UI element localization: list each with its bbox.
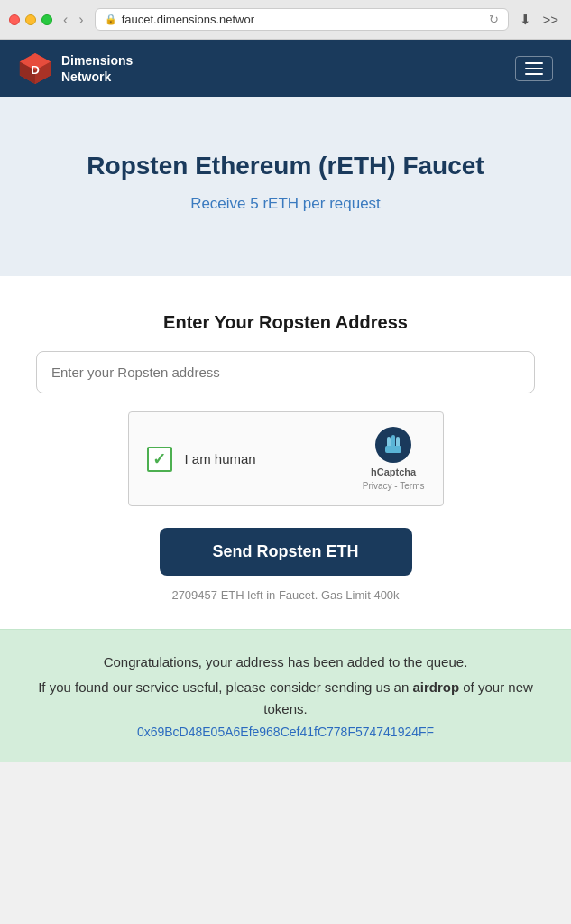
traffic-lights — [9, 14, 52, 25]
forward-button[interactable]: › — [75, 11, 87, 29]
airdrop-address-link[interactable]: 0x69BcD48E05A6Efe968Cef41fC778F574741924… — [137, 725, 434, 739]
checkmark-icon: ✓ — [152, 449, 166, 469]
nav-buttons: ‹ › — [60, 11, 87, 29]
brand-name: Dimensions Network — [61, 52, 133, 85]
url-text: faucet.dimensions.networ — [122, 13, 254, 26]
reload-button[interactable]: ↻ — [489, 13, 499, 26]
svg-rect-7 — [391, 435, 395, 448]
hcaptcha-brand: hCaptcha — [371, 467, 416, 477]
dimensions-logo: D — [18, 51, 52, 86]
captcha-widget[interactable]: ✓ I am human hCaptcha Privacy - Terms — [128, 411, 444, 506]
captcha-checkbox[interactable]: ✓ — [147, 447, 172, 472]
ropsten-address-input[interactable]: 0xf8e50468eFD092D3B457B199f8b910b421e607… — [36, 351, 535, 393]
captcha-right: hCaptcha Privacy - Terms — [363, 427, 425, 491]
hero-subtitle: Receive 5 rETH per request — [18, 195, 553, 213]
lock-icon: 🔒 — [105, 14, 117, 25]
hamburger-line-3 — [525, 73, 543, 75]
more-button[interactable]: >> — [539, 10, 562, 29]
browser-actions: ⬇ >> — [516, 10, 562, 30]
hcaptcha-logo — [375, 427, 411, 463]
svg-rect-9 — [385, 446, 401, 453]
address-bar[interactable]: 🔒 faucet.dimensions.networ ↻ — [95, 8, 510, 31]
captcha-terms-link[interactable]: Terms — [400, 481, 424, 491]
svg-text:D: D — [31, 63, 40, 77]
send-eth-button[interactable]: Send Ropsten ETH — [160, 528, 412, 576]
success-line1: Congratulations, your address has been a… — [27, 651, 544, 673]
back-button[interactable]: ‹ — [60, 11, 71, 29]
page-title: Ropsten Ethereum (rETH) Faucet — [18, 152, 553, 180]
hamburger-line-2 — [525, 68, 543, 69]
captcha-links: Privacy - Terms — [363, 481, 425, 491]
hero-section: Ropsten Ethereum (rETH) Faucet Receive 5… — [0, 97, 571, 276]
captcha-privacy-link[interactable]: Privacy — [363, 481, 392, 491]
close-button[interactable] — [9, 14, 20, 25]
navbar: D Dimensions Network — [0, 40, 571, 97]
success-line2: If you found our service useful, please … — [27, 677, 544, 720]
main-content: Enter Your Ropsten Address 0xf8e50468eFD… — [0, 276, 571, 629]
minimize-button[interactable] — [25, 14, 36, 25]
success-banner: Congratulations, your address has been a… — [0, 629, 571, 762]
hamburger-line-1 — [525, 62, 543, 64]
form-title: Enter Your Ropsten Address — [36, 312, 535, 333]
browser-chrome: ‹ › 🔒 faucet.dimensions.networ ↻ ⬇ >> — [0, 0, 571, 40]
success-line2-text: If you found our service useful, please … — [38, 679, 409, 695]
download-button[interactable]: ⬇ — [516, 10, 535, 30]
hcaptcha-logo-svg — [376, 428, 410, 462]
captcha-label: I am human — [185, 451, 256, 467]
airdrop-bold: airdrop — [412, 679, 459, 695]
hamburger-menu[interactable] — [515, 56, 553, 81]
faucet-info: 2709457 ETH left in Faucet. Gas Limit 40… — [36, 588, 535, 602]
captcha-left: ✓ I am human — [147, 447, 256, 472]
maximize-button[interactable] — [41, 14, 52, 25]
navbar-brand: D Dimensions Network — [18, 51, 133, 86]
